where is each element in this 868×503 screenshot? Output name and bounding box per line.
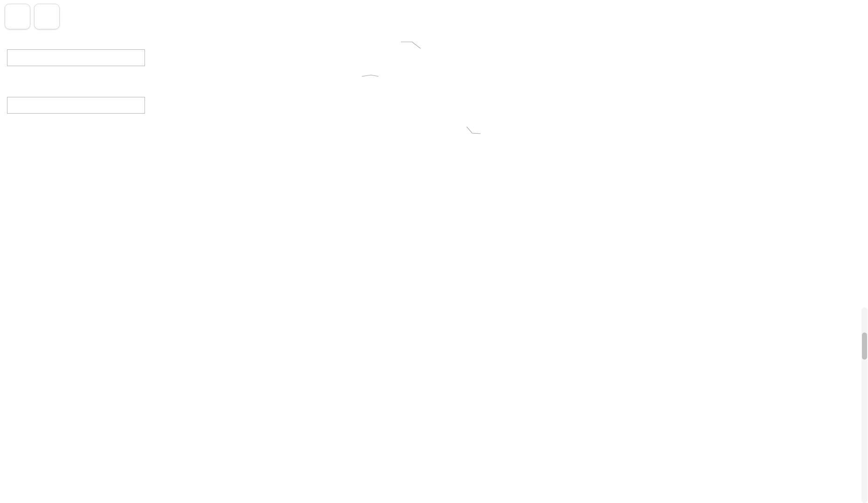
- optimization-donut[interactable]: [379, 39, 484, 143]
- optimization-by-department-chart: [368, 191, 868, 326]
- opportunity-by-department-chart: [522, 27, 868, 167]
- optimization-by-resource-table: [4, 323, 861, 500]
- scrollbar-thumb[interactable]: [862, 333, 867, 360]
- donut-center: [401, 61, 462, 122]
- business-unit-dropdown[interactable]: [7, 97, 145, 114]
- opportunity-by-resource-type-table: [4, 183, 353, 295]
- azure-logo: [34, 4, 60, 29]
- scrollbar-track[interactable]: [861, 307, 868, 503]
- recommendation-set-dropdown[interactable]: [7, 49, 145, 66]
- aws-logo: [5, 4, 30, 29]
- dashboard-canvas: [0, 0, 868, 503]
